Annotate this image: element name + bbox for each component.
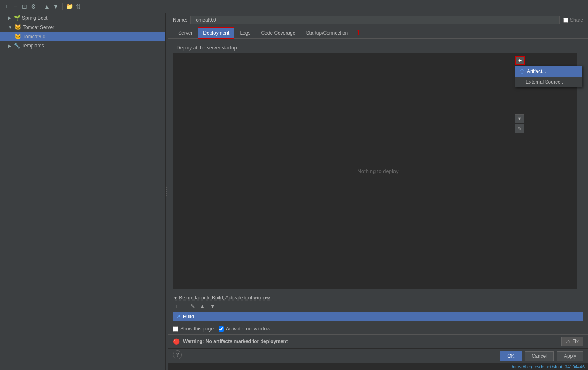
before-launch-down-button[interactable]: ▼ [208, 302, 217, 310]
spring-boot-icon: 🌱 [14, 15, 20, 21]
cancel-button[interactable]: Cancel [525, 351, 554, 361]
name-input[interactable] [190, 16, 560, 24]
sidebar-item-label: Spring Boot [22, 15, 48, 21]
tomcat-server-arrow-icon: ▼ [8, 25, 12, 29]
dropdown-external-source-item[interactable]: ║ External Source... [515, 77, 582, 87]
tab-deployment[interactable]: Deployment [198, 27, 234, 39]
share-checkbox[interactable] [563, 18, 568, 23]
toolbar-sep-2 [62, 3, 63, 10]
fix-label: Fix [572, 339, 579, 344]
plus-btn-row: + 2 [515, 56, 582, 65]
show-page-checkbox[interactable] [173, 326, 178, 332]
show-page-option: Show this page [173, 326, 214, 332]
dropdown-artifact-item[interactable]: ⬡ Artifact... [515, 66, 582, 77]
annotation-1: 1 [353, 27, 360, 38]
deploy-header-label: Deploy at the server startup [177, 45, 237, 51]
bottom-bar: ? OK Cancel Apply [168, 348, 588, 363]
warning-text: Warning: No artifacts marked for deploym… [183, 339, 558, 344]
tab-code-coverage[interactable]: Code Coverage [256, 27, 301, 39]
right-panel: Name: Share Server Deployment Logs Code … [168, 13, 588, 370]
divider-dot [166, 187, 167, 188]
add-artifact-button[interactable]: + [515, 56, 525, 65]
scroll-down-button[interactable]: ▼ [515, 114, 524, 123]
tab-server[interactable]: Server [173, 27, 198, 39]
move-icon[interactable]: 📁 [66, 3, 73, 10]
tomcat-server-icon: 🐱 [15, 24, 21, 30]
warning-icon: 🔴 [173, 338, 180, 345]
before-launch-remove-button[interactable]: − [181, 302, 188, 310]
tab-logs[interactable]: Logs [234, 27, 256, 39]
fix-button[interactable]: ⚠ Fix [561, 337, 583, 346]
activate-tool-checkbox[interactable] [219, 326, 224, 332]
warning-bar: 🔴 Warning: No artifacts marked for deplo… [168, 334, 588, 348]
deploy-header: Deploy at the server startup [173, 42, 583, 53]
show-page-label: Show this page [180, 326, 214, 332]
edit-button[interactable]: ✎ [515, 124, 524, 133]
external-source-icon: ║ [519, 79, 523, 85]
name-row: Name: Share [168, 13, 588, 27]
arrow-down-icon[interactable]: ▼ [53, 3, 59, 10]
sidebar-item-templates[interactable]: ▶ 🔧 Templates [0, 41, 165, 50]
sort-icon[interactable]: ⇅ [75, 3, 82, 10]
apply-button[interactable]: Apply [557, 351, 583, 361]
share-label: Share [570, 17, 583, 23]
sidebar-item-spring-boot[interactable]: ▶ 🌱 Spring Boot [0, 13, 165, 22]
sidebar-tomcat-server-label: Tomcat Server [23, 24, 54, 30]
build-icon: ↗ [176, 313, 181, 319]
share-row: Share [563, 17, 583, 23]
toolbar-sep-1 [40, 3, 40, 10]
toolbar: + − ⊡ ⚙ ▲ ▼ 📁 ⇅ [0, 0, 588, 13]
before-launch-add-button[interactable]: + [173, 302, 179, 310]
sidebar: ▶ 🌱 Spring Boot ▼ 🐱 Tomcat Server 🐱 Tomc… [0, 13, 166, 370]
add-icon[interactable]: + [3, 3, 10, 10]
fix-icon: ⚠ [566, 339, 570, 344]
annotation-1-badge: 1 [356, 29, 360, 36]
ok-button[interactable]: OK [500, 351, 521, 361]
divider-dot [166, 193, 167, 194]
sidebar-tomcat9-label: Tomcat9.0 [23, 34, 45, 40]
build-label: Build [183, 314, 194, 319]
side-actions: + 2 ⬡ Artifact... ║ External Source... [515, 56, 582, 133]
templates-arrow-icon: ▶ [8, 44, 11, 48]
before-launch-title: ▼ Before launch: Build, Activate tool wi… [173, 295, 583, 301]
divider-dot [166, 191, 167, 192]
url-text: https://blog.csdc.net/sinat_34104446 [512, 364, 585, 369]
scroll-down-area: ▼ ✎ [515, 113, 582, 133]
settings-icon[interactable]: ⚙ [30, 3, 37, 10]
main-layout: ▶ 🌱 Spring Boot ▼ 🐱 Tomcat Server 🐱 Tomc… [0, 13, 588, 370]
tabs: Server Deployment Logs Code Coverage Sta… [168, 27, 588, 39]
artifact-dropdown: ⬡ Artifact... ║ External Source... [515, 66, 582, 87]
before-launch-up-button[interactable]: ▲ [198, 302, 207, 310]
deploy-wrapper: Deploy at the server startup Nothing to … [168, 39, 588, 292]
before-launch-section: ▼ Before launch: Build, Activate tool wi… [168, 292, 588, 323]
spring-boot-arrow-icon: ▶ [8, 16, 11, 20]
help-area: ? [173, 350, 182, 359]
sidebar-templates-label: Templates [22, 43, 44, 49]
sidebar-item-tomcat9[interactable]: 🐱 Tomcat9.0 [0, 32, 165, 41]
minimize-icon[interactable]: − [12, 3, 19, 10]
sidebar-item-tomcat-server[interactable]: ▼ 🐱 Tomcat Server [0, 22, 165, 32]
before-launch-edit-button[interactable]: ✎ [189, 302, 197, 310]
activate-tool-option: Activate tool window [219, 326, 270, 332]
divider-dot [166, 189, 167, 190]
arrow-up-icon[interactable]: ▲ [44, 3, 50, 10]
options-row: Show this page Activate tool window [168, 323, 588, 334]
templates-icon: 🔧 [14, 43, 20, 49]
tomcat9-icon: 🐱 [15, 33, 21, 40]
build-row: ↗ Build [173, 312, 583, 321]
copy-icon[interactable]: ⊡ [21, 3, 28, 10]
name-label: Name: [173, 17, 187, 23]
artifact-icon: ⬡ [519, 68, 524, 75]
divider-dot [166, 195, 167, 196]
launch-toolbar: + − ✎ ▲ ▼ [173, 302, 583, 310]
tab-startup-connection[interactable]: Startup/Connection [301, 27, 353, 39]
url-bar: https://blog.csdc.net/sinat_34104446 [168, 363, 588, 370]
activate-tool-label: Activate tool window [226, 326, 270, 332]
help-button[interactable]: ? [173, 350, 182, 359]
